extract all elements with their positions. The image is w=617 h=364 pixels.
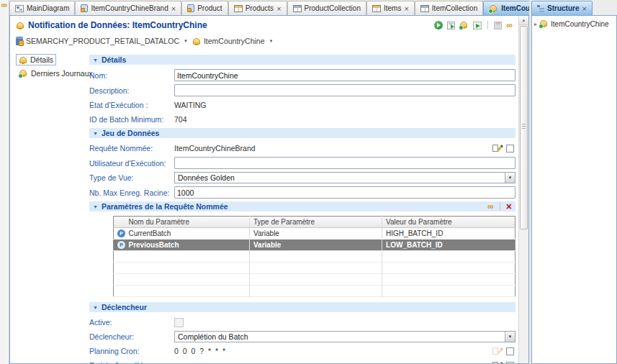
dropdown-arrow-icon[interactable]: ▼ [505,332,515,342]
editor-scrollbar[interactable]: ▲ [518,16,528,363]
resume-icon[interactable] [473,22,482,29]
type-vue-label: Type de Vue: [89,173,174,182]
structure-icon [537,5,544,12]
tab-label: ItemCountryChine [501,4,529,12]
description-input[interactable] [174,84,515,96]
type-vue-select[interactable]: Données Golden ▼ [174,172,515,183]
editor-tab-bar: MainDiagram ItemCountryChineBrand × Prod… [9,0,529,15]
sidebar-item-label: Derniers Journaux [31,69,93,78]
restore-view-icon[interactable]: ∞ [1,1,8,9]
select-value: Complétion du Batch [175,332,505,341]
document-icon [187,4,194,12]
table-collection-icon [420,5,429,12]
description-label: Description: [89,86,174,95]
sidebar-item-details[interactable]: Détails [16,54,56,65]
edit-icon[interactable] [492,361,502,364]
breadcrumb-model[interactable]: SEMARCHY_PRODUCT_RETAIL_DATALOC [26,37,179,45]
chevron-down-icon[interactable]: ▼ [269,39,274,43]
active-label: Active: [89,318,174,327]
batch-minimum-label: ID de Batch Minimum: [89,115,174,124]
tab-maindiagram[interactable]: MainDiagram [9,1,75,15]
close-icon[interactable]: × [171,5,176,12]
max-enreg-label: Nb. Max Enreg. Racine: [89,188,174,197]
model-icon [16,37,23,45]
tab-items[interactable]: Items × [366,1,415,15]
tab-label: ItemCountryChineBrand [91,4,168,12]
edit-icon[interactable] [492,144,502,153]
table-collection-icon [293,5,302,12]
param-type: Variable [249,228,382,240]
section-params-header[interactable]: ▼ Paramètres de la Requête Nommée ∞ × [89,201,515,211]
requete-nommee-value: ItemCountryChineBrand [174,144,256,153]
expand-arrow-icon[interactable]: ▸ [534,21,537,27]
entites-surveillees-label: Entités Surveillées : [89,361,174,363]
notification-form: ▼ Détails Nom: Description: État d'E [89,53,517,363]
tab-label: ItemCollection [432,4,477,12]
sidebar-item-derniers-journaux[interactable]: Derniers Journaux [16,68,96,79]
col-type-parametre[interactable]: Type de Paramètre [249,217,382,228]
dropdown-arrow-icon[interactable]: ▼ [505,173,515,183]
scroll-up-arrow[interactable]: ▲ [519,16,528,25]
checkbox[interactable] [506,362,514,364]
parameter-icon: P [117,241,125,249]
section-title: Déclencheur [102,303,147,311]
link-icon[interactable]: ∞ [506,22,513,29]
max-enreg-input[interactable] [174,186,515,199]
run-configuration-icon[interactable] [447,22,455,29]
col-nom-parametre[interactable]: Nom du Paramètre [125,217,250,228]
tree-item-itemcountrychine[interactable]: ▸ ItemCountryChine [534,19,614,28]
scrollbar-thumb[interactable] [520,26,528,229]
section-dataset-header[interactable]: ▼ Jeu de Données [89,128,515,138]
link-icon[interactable]: ∞ [487,203,494,210]
run-notification-icon[interactable] [434,21,443,29]
checkbox[interactable] [506,347,514,355]
bell-icon [19,56,27,64]
collapse-triangle-icon: ▼ [93,58,98,63]
tab-label: Items [384,4,401,12]
section-trigger-header[interactable]: ▼ Déclencheur [89,302,515,312]
breadcrumb-object[interactable]: ItemCountryChine [204,37,265,45]
param-name: CurrentBatch [125,228,250,240]
nom-input[interactable] [174,69,515,81]
chevron-down-icon[interactable]: ▼ [184,39,188,43]
tab-itemcollection[interactable]: ItemCollection [415,1,483,15]
close-icon[interactable]: × [404,5,408,12]
section-title: Jeu de Données [102,129,160,137]
breadcrumb: SEMARCHY_PRODUCT_RETAIL_DATALOC ▼ ItemCo… [16,37,517,45]
col-valeur-parametre[interactable]: Valeur du Paramètre [382,217,515,228]
table-row-selected[interactable]: P PreviousBatch Variable LOW_BATCH_ID [114,240,515,251]
tab-productcollection[interactable]: ProductCollection [287,1,366,15]
editor-side-nav: Détails Derniers Journaux [16,53,89,363]
tab-label: MainDiagram [27,4,69,12]
empty-row [114,263,515,274]
delete-icon[interactable]: × [506,202,512,211]
tab-products[interactable]: Products × [228,1,287,15]
utilisateur-execution-input[interactable] [174,157,515,169]
requete-nommee-label: Requête Nommée: [89,144,174,153]
tab-product[interactable]: Product [181,1,228,15]
save-icon-disabled [494,22,502,29]
bell-icon [539,19,549,28]
declencheur-select[interactable]: Complétion du Batch ▼ [174,331,515,342]
section-details-header[interactable]: ▼ Détails [89,55,515,65]
tab-structure[interactable]: Structure × [531,1,593,15]
table-row[interactable]: P CurrentBatch Variable HIGH_BATCH_ID [114,228,515,240]
collapsed-panel-strip[interactable]: ∞ [0,0,9,364]
close-icon[interactable]: × [276,5,281,12]
param-name: PreviousBatch [125,240,250,251]
tab-itemcountrychinebrand[interactable]: ItemCountryChineBrand × [75,1,181,15]
edit-icon-disabled [492,347,502,356]
toolbar-separator [500,202,500,211]
checkbox[interactable] [506,145,514,153]
structure-panel: Structure × ▸ ItemCountryChine [531,0,617,364]
section-title: Paramètres de la Requête Nommée [102,202,228,211]
workbench: ∞ MainDiagram ItemCountryChineBrand × Pr… [0,0,617,364]
tab-itemcountrychine[interactable]: ItemCountryChine × [483,1,529,15]
document-icon [81,4,88,12]
close-icon[interactable]: × [582,5,586,12]
section-title: Détails [102,55,126,64]
diagram-icon [15,5,24,12]
sidebar-item-label: Détails [30,55,53,64]
tab-label: ProductCollection [305,4,361,12]
schedule-notification-icon[interactable] [459,21,469,29]
